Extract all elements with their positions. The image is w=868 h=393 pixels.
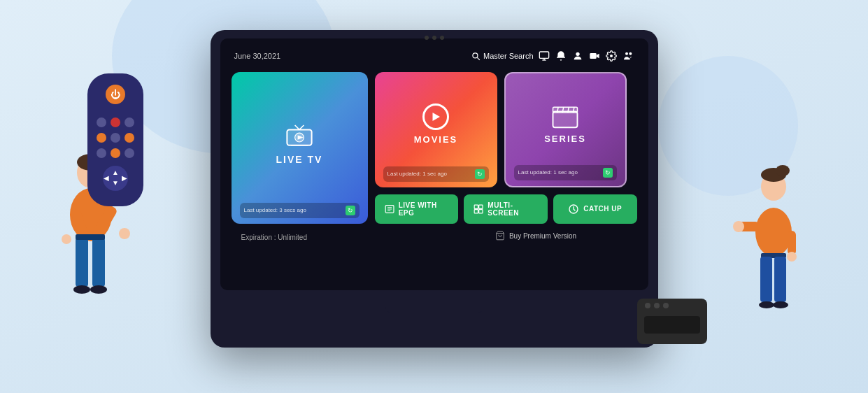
svg-marker-54 <box>596 53 599 58</box>
movies-title: MOVIES <box>414 134 458 145</box>
search-icon <box>471 51 481 61</box>
svg-rect-38 <box>760 257 772 302</box>
live-tv-footer: Last updated: 3 secs ago ↻ <box>240 203 360 218</box>
svg-point-18 <box>97 133 106 143</box>
users-icon[interactable] <box>622 50 634 62</box>
svg-rect-46 <box>644 316 700 334</box>
svg-point-56 <box>625 52 628 55</box>
svg-text:▶: ▶ <box>122 174 127 182</box>
svg-point-19 <box>111 133 120 143</box>
svg-point-15 <box>97 117 106 127</box>
svg-point-6 <box>90 285 107 294</box>
tv-channels-icon[interactable] <box>538 50 550 62</box>
tv-monitor: June 30,2021 Master Search <box>211 30 658 348</box>
live-tv-card[interactable]: LIVE TV Last updated: 3 secs ago ↻ <box>232 72 368 224</box>
bottom-buttons-row: LIVE WITH EPG MULTI-SCREEN CATCH UP <box>375 194 637 224</box>
svg-rect-76 <box>479 205 483 208</box>
svg-point-8 <box>119 228 130 239</box>
svg-point-5 <box>73 285 90 294</box>
svg-rect-39 <box>774 257 786 302</box>
svg-point-16 <box>111 117 120 127</box>
search-label: Master Search <box>483 52 534 60</box>
svg-point-36 <box>787 252 797 262</box>
svg-rect-4 <box>92 238 105 287</box>
svg-marker-64 <box>432 113 440 121</box>
live-tv-card-content: LIVE TV <box>276 82 323 203</box>
tv-stand-base <box>385 303 483 313</box>
svg-rect-35 <box>788 231 796 255</box>
svg-point-47 <box>473 53 478 58</box>
tv-dot-3 <box>440 36 444 40</box>
video-icon[interactable] <box>588 50 601 62</box>
svg-text:◀: ◀ <box>104 174 109 182</box>
series-title: SERIES <box>544 134 586 144</box>
live-tv-refresh-icon[interactable]: ↻ <box>346 206 355 215</box>
series-card[interactable]: SERIES Last updated: 1 sec ago ↻ <box>504 72 627 187</box>
multi-screen-icon <box>474 203 483 215</box>
live-tv-title: LIVE TV <box>276 154 323 165</box>
svg-point-31 <box>776 165 790 176</box>
svg-rect-3 <box>76 238 88 287</box>
live-with-epg-label: LIVE WITH EPG <box>399 201 449 217</box>
header-bar: June 30,2021 Master Search <box>232 45 637 66</box>
live-tv-icon <box>283 119 316 148</box>
svg-text:⏻: ⏻ <box>111 89 120 100</box>
tv-body: June 30,2021 Master Search <box>211 30 658 348</box>
live-tv-updated: Last updated: 3 secs ago <box>244 207 306 213</box>
svg-point-17 <box>124 117 134 127</box>
svg-rect-11 <box>76 234 105 240</box>
svg-point-55 <box>610 55 613 57</box>
epg-icon <box>385 203 394 215</box>
catch-up-button[interactable]: CATCH UP <box>553 194 637 224</box>
svg-point-57 <box>629 52 632 55</box>
catch-up-label: CATCH UP <box>583 205 622 213</box>
svg-line-48 <box>477 57 480 60</box>
movies-refresh-icon[interactable]: ↻ <box>475 169 485 179</box>
series-updated: Last updated: 1 sec ago <box>518 169 578 176</box>
series-refresh-icon[interactable]: ↻ <box>603 168 613 178</box>
svg-point-44 <box>654 303 660 308</box>
person-right <box>728 148 812 372</box>
movies-series-row: MOVIES Last updated: 1 sec ago ↻ <box>375 72 637 187</box>
svg-point-32 <box>755 208 792 257</box>
main-content-area: LIVE TV Last updated: 3 secs ago ↻ <box>232 72 637 224</box>
profile-icon[interactable] <box>571 50 584 62</box>
svg-point-45 <box>663 303 669 308</box>
series-footer: Last updated: 1 sec ago ↻ <box>514 165 617 180</box>
svg-text:▼: ▼ <box>112 179 119 187</box>
expiration-text: Expiration : Unlimited <box>234 234 438 241</box>
svg-point-34 <box>733 221 744 232</box>
svg-rect-53 <box>590 53 596 59</box>
movies-updated: Last updated: 1 sec ago <box>387 171 447 177</box>
multi-screen-button[interactable]: MULTI-SCREEN <box>464 194 548 224</box>
catchup-icon <box>568 203 579 215</box>
buy-premium-button[interactable]: Buy Premium Version <box>438 231 634 241</box>
cards-right-area: MOVIES Last updated: 1 sec ago ↻ <box>375 72 637 224</box>
svg-point-21 <box>97 148 106 158</box>
notification-icon[interactable] <box>555 50 567 62</box>
set-top-box <box>637 299 707 355</box>
svg-point-20 <box>124 133 134 143</box>
svg-point-52 <box>576 52 579 55</box>
movies-card-content: MOVIES <box>414 82 458 166</box>
tv-stand-neck <box>413 290 455 303</box>
buy-premium-label: Buy Premium Version <box>509 232 576 240</box>
tv-dot-2 <box>432 36 436 40</box>
svg-point-10 <box>62 234 71 244</box>
tv-indicator-dots <box>425 36 444 40</box>
cart-icon <box>495 231 505 241</box>
svg-rect-75 <box>474 205 478 208</box>
movies-card[interactable]: MOVIES Last updated: 1 sec ago ↻ <box>375 72 497 187</box>
svg-point-40 <box>759 301 774 308</box>
multi-screen-label: MULTI-SCREEN <box>488 201 538 217</box>
svg-point-43 <box>645 303 650 308</box>
tv-screen: June 30,2021 Master Search <box>220 38 648 290</box>
search-button[interactable]: Master Search <box>471 51 534 61</box>
series-card-content: SERIES <box>544 83 586 165</box>
svg-text:▲: ▲ <box>112 169 119 176</box>
svg-point-41 <box>773 301 788 308</box>
svg-point-22 <box>111 148 120 158</box>
live-with-epg-button[interactable]: LIVE WITH EPG <box>375 194 459 224</box>
settings-icon[interactable] <box>605 50 618 62</box>
svg-rect-77 <box>474 209 478 213</box>
